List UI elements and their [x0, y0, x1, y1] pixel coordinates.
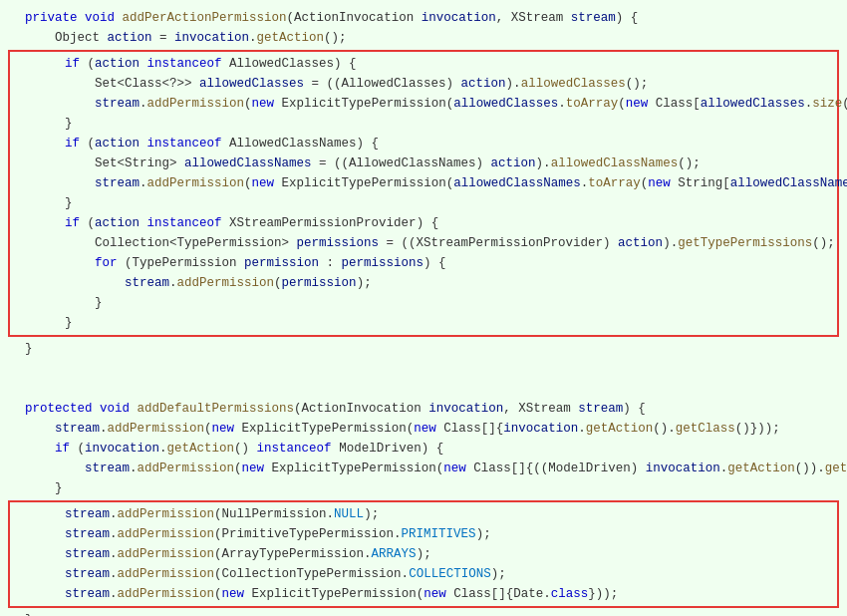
for-permission: for (TypePermission permission : permiss… — [10, 253, 837, 273]
stream-add-permission-1: stream.addPermission(new ExplicitTypePer… — [10, 94, 837, 114]
method2-signature: protected void addDefaultPermissions(Act… — [0, 399, 847, 419]
stream-date: stream.addPermission(new ExplicitTypePer… — [10, 584, 837, 604]
highlight-block-2: stream.addPermission(NullPermission.NULL… — [8, 500, 839, 608]
set-allowed-classnames: Set<String> allowedClassNames = ((Allowe… — [10, 154, 837, 173]
stream-null: stream.addPermission(NullPermission.NULL… — [10, 504, 837, 524]
close-brace-2: } — [10, 193, 837, 213]
close-for: } — [10, 293, 837, 313]
close-if-xstream: } — [10, 313, 837, 333]
blank-line-2 — [0, 379, 847, 399]
stream-add-permission-2: stream.addPermission(new ExplicitTypePer… — [10, 173, 837, 193]
object-action-line: Object action = invocation.getAction(); — [0, 28, 847, 48]
method2-stream-model: stream.addPermission(new ExplicitTypePer… — [0, 459, 847, 478]
method2-if-model-driven: if (invocation.getAction() instanceof Mo… — [0, 439, 847, 459]
stream-arrays: stream.addPermission(ArrayTypePermission… — [10, 544, 837, 564]
if-xstream-permission: if (action instanceof XStreamPermissionP… — [10, 213, 837, 233]
method2-line1: stream.addPermission(new ExplicitTypePer… — [0, 419, 847, 439]
collection-permissions: Collection<TypePermission> permissions =… — [10, 233, 837, 253]
method1-close: } — [0, 339, 847, 359]
close-brace-1: } — [10, 114, 837, 134]
set-allowed-classes: Set<Class<?>> allowedClasses = ((Allowed… — [10, 74, 837, 94]
stream-primitives: stream.addPermission(PrimitiveTypePermis… — [10, 524, 837, 544]
stream-add-permission-loop: stream.addPermission(permission); — [10, 273, 837, 293]
highlight-block-1: if (action instanceof AllowedClasses) { … — [8, 50, 839, 337]
code-viewer: private void addPerActionPermission(Acti… — [0, 0, 847, 616]
method2-close: } — [0, 610, 847, 616]
if-allowed-classnames: if (action instanceof AllowedClassNames)… — [10, 134, 837, 154]
method2-if-close: } — [0, 478, 847, 498]
stream-collections: stream.addPermission(CollectionTypePermi… — [10, 564, 837, 584]
blank-line-1 — [0, 359, 847, 379]
if-allowed-classes: if (action instanceof AllowedClasses) { — [10, 54, 837, 74]
method1-signature: private void addPerActionPermission(Acti… — [0, 8, 847, 28]
